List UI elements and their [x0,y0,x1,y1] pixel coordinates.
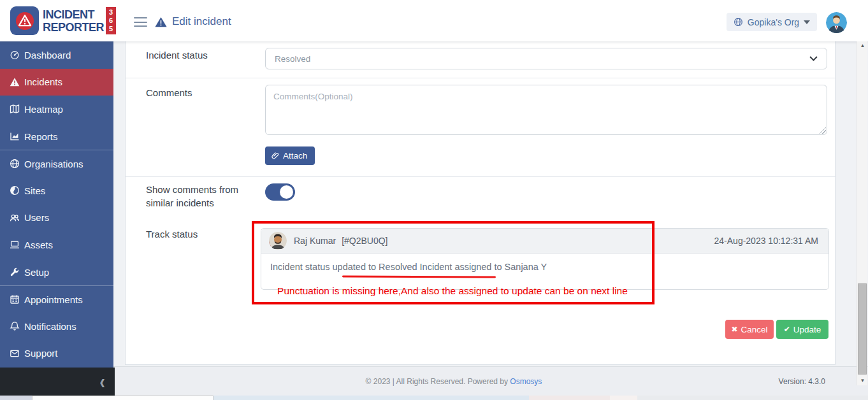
appointments-icon [9,294,20,305]
sidebar-nav: DashboardIncidentsHeatmapReportsOrganisa… [0,41,113,368]
copyright-text: © 2023 | All Rights Reserved. Powered by… [113,377,868,386]
show-comments-label: Show comments from similar incidents [146,183,248,210]
attach-button-label: Attach [283,151,307,161]
sidebar-item-appointments[interactable]: Appointments [0,285,113,313]
menu-toggle-icon[interactable] [134,17,147,27]
sidebar-item-notifications[interactable]: Notifications [0,313,113,340]
sidebar-footer: ‹ [0,368,115,396]
user-avatar[interactable] [826,12,847,33]
commenter-avatar [269,232,287,250]
reports-icon [9,131,20,142]
page-title: Edit incident [172,15,231,28]
chevron-down-icon [804,20,810,24]
strip-segment [610,396,637,400]
incident-status-label: Incident status [146,50,208,61]
strip-segment [0,396,32,400]
heatmap-icon [9,104,20,115]
sidebar-item-label: Assets [24,239,53,250]
sidebar-collapse-icon[interactable]: ‹ [99,371,105,392]
logo-365-badge: 365 [106,7,116,34]
app-window: INCIDENT REPORTER 365 Edit incident [0,0,868,400]
divider [126,176,836,177]
incidents-icon [9,76,20,87]
cancel-button-label: Cancel [741,325,768,334]
page-footer: © 2023 | All Rights Reserved. Powered by… [113,366,868,396]
show-comments-toggle[interactable] [265,183,295,201]
sidebar-item-organisations[interactable]: Organisations [0,150,113,177]
sidebar-item-label: Appointments [24,294,83,305]
sidebar-item-users[interactable]: Users [0,204,113,232]
sidebar-item-support[interactable]: Support [0,340,113,368]
setup-icon [9,267,20,278]
scrollbar-thumb[interactable] [858,283,867,375]
incident-status-value: Resolved [275,54,809,64]
version-text: Version: 4.3.0 [779,377,825,386]
vertical-scrollbar[interactable]: ▲ ▼ [857,41,867,385]
sidebar-item-label: Sites [24,185,45,196]
sidebar-item-assets[interactable]: Assets [0,231,113,259]
select-chevron-icon [809,56,818,61]
sites-icon [9,185,20,196]
strip-segment [529,396,610,400]
incident-status-select[interactable]: Resolved [265,48,827,69]
sidebar-item-label: Dashboard [24,50,71,61]
attach-button[interactable]: Attach [265,146,315,165]
toggle-knob [280,185,293,199]
edit-incident-form: Incident status Resolved Comments Attach… [125,41,835,365]
sidebar-item-label: Organisations [24,159,83,169]
update-button-label: Update [793,325,821,334]
organisations-icon [9,159,20,169]
org-selector[interactable]: Gopika's Org [727,13,817,31]
sidebar-item-label: Setup [24,267,49,278]
sidebar-item-dashboard[interactable]: Dashboard [0,41,113,69]
sidebar-item-incidents[interactable]: Incidents [0,69,113,96]
sidebar-item-label: Heatmap [24,104,63,115]
osmosys-link[interactable]: Osmosys [510,377,542,386]
strip-segment [32,396,213,400]
sidebar-item-label: Notifications [24,321,76,332]
sidebar-item-setup[interactable]: Setup [0,259,113,286]
sidebar-item-label: Incidents [24,76,62,87]
incident-ref: [#Q2BU0Q] [342,236,387,246]
assets-icon [9,239,20,250]
scroll-up-icon[interactable]: ▲ [857,41,868,50]
org-selector-label: Gopika's Org [748,17,799,27]
sidebar-item-heatmap[interactable]: Heatmap [0,96,113,123]
sidebar-item-label: Support [24,348,58,359]
strip-segment [213,396,529,400]
logo-text: INCIDENT REPORTER [43,8,104,34]
comment-timestamp: 24-Aug-2023 10:12:31 AM [714,236,818,246]
comment-header: Raj Kumar [#Q2BU0Q] 24-Aug-2023 10:12:31… [261,229,828,254]
commenter-name: Raj Kumar [294,236,336,246]
warning-icon [155,17,167,27]
users-icon [9,212,20,223]
app-logo[interactable]: INCIDENT REPORTER 365 [10,6,116,35]
sidebar-item-label: Reports [24,131,58,142]
globe-icon [734,17,743,27]
comments-input[interactable] [265,85,827,135]
x-icon: ✖ [731,325,737,334]
sidebar-item-sites[interactable]: Sites [0,177,113,204]
paperclip-icon [271,152,280,160]
track-status-label: Track status [146,229,198,239]
track-status-entry: Raj Kumar [#Q2BU0Q] 24-Aug-2023 10:12:31… [261,228,829,290]
divider [126,78,836,78]
scroll-down-icon[interactable]: ▼ [857,376,868,385]
page-header: Edit incident [155,15,231,28]
sidebar-item-reports[interactable]: Reports [0,123,113,150]
dashboard-icon [9,50,20,61]
comments-label: Comments [146,87,192,98]
strip-segment [637,396,868,400]
incident-reporter-logo-icon [10,6,39,35]
top-bar: INCIDENT REPORTER 365 Edit incident [0,0,868,41]
support-icon [9,348,20,359]
bottom-edge-strip [0,396,868,400]
update-button[interactable]: ✔ Update [776,320,828,339]
comment-body: Incident status updated to Resolved Inci… [261,254,828,280]
cancel-button[interactable]: ✖ Cancel [725,320,774,339]
check-icon: ✔ [784,325,790,334]
sidebar-item-label: Users [24,212,49,223]
notifications-icon [9,321,20,332]
